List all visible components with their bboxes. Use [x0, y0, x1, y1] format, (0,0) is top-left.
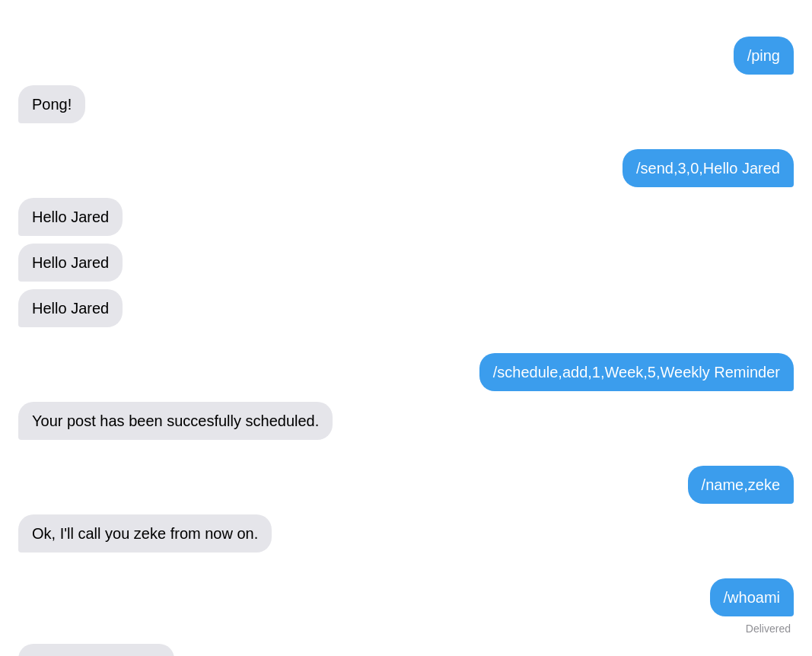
received-bubble: Hello Jared — [18, 244, 123, 282]
received-bubble: Ok, I'll call you zeke from now on. — [18, 514, 272, 553]
message-row: Hello Jared — [18, 244, 794, 282]
received-bubble: Hello Jared — [18, 289, 123, 327]
sent-bubble: /name,zeke — [688, 466, 794, 504]
received-bubble: Pong! — [18, 85, 85, 123]
message-row: Your post has been succesfully scheduled… — [18, 402, 794, 440]
received-bubble: Your name is zeke. — [18, 644, 174, 656]
message-row: Ok, I'll call you zeke from now on. — [18, 514, 794, 553]
received-bubble: Your post has been succesfully scheduled… — [18, 402, 333, 440]
message-row: /send,3,0,Hello Jared — [18, 149, 794, 187]
message-row: Your name is zeke. — [18, 644, 794, 656]
delivered-text: Delivered — [746, 623, 791, 635]
delivered-label-row: Delivered — [18, 623, 794, 635]
sent-bubble: /schedule,add,1,Week,5,Weekly Reminder — [479, 353, 794, 391]
message-row: Pong! — [18, 85, 794, 123]
sent-bubble: /ping — [734, 37, 794, 75]
received-bubble: Hello Jared — [18, 198, 123, 236]
message-row: Hello Jared — [18, 289, 794, 327]
message-row: /name,zeke — [18, 466, 794, 504]
chat-container: /pingPong!/send,3,0,Hello JaredHello Jar… — [18, 15, 794, 656]
message-row: /whoami — [18, 578, 794, 616]
sent-bubble: /send,3,0,Hello Jared — [623, 149, 794, 187]
message-row: /schedule,add,1,Week,5,Weekly Reminder — [18, 353, 794, 391]
message-row: /ping — [18, 37, 794, 75]
sent-bubble: /whoami — [710, 578, 794, 616]
message-row: Hello Jared — [18, 198, 794, 236]
